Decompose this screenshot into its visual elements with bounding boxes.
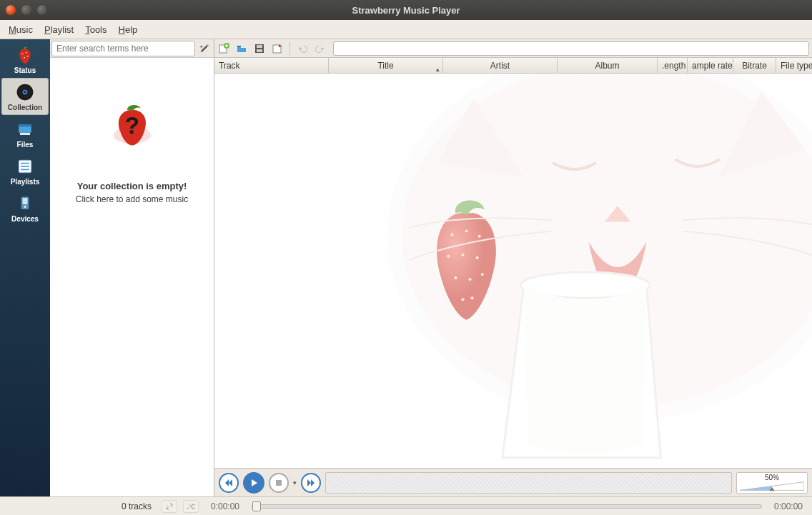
svg-point-40	[469, 278, 472, 281]
time-total: 0:00:00	[768, 501, 809, 511]
search-input[interactable]	[51, 41, 195, 56]
seek-bar[interactable]	[325, 472, 732, 494]
svg-rect-11	[20, 133, 30, 135]
menu-tools[interactable]: Tools	[79, 22, 112, 37]
sidebar-item-collection[interactable]: Collection	[1, 78, 49, 115]
main-panel: Track Title Artist Album .ength ample ra…	[214, 39, 812, 496]
sidebar-item-files[interactable]: Files	[1, 115, 49, 152]
shuffle-button[interactable]	[183, 500, 199, 513]
time-elapsed: 0:00:00	[204, 501, 246, 511]
files-icon	[15, 119, 35, 139]
empty-subtext: Click here to add some music	[76, 194, 188, 204]
save-playlist-button[interactable]	[252, 41, 267, 56]
menubar: Music Playlist Tools Help	[0, 20, 812, 39]
svg-point-35	[478, 235, 481, 238]
strawberry-icon	[15, 45, 35, 65]
track-table-header: Track Title Artist Album .ength ample ra…	[214, 58, 812, 74]
position-slider[interactable]	[252, 504, 762, 509]
devices-icon	[15, 194, 35, 214]
toolbar-separator	[289, 42, 290, 55]
play-button[interactable]	[243, 472, 264, 494]
volume-slider[interactable]	[740, 481, 804, 491]
empty-collection-message[interactable]: ? Your collection is empty! Click here t…	[50, 58, 214, 496]
volume-control[interactable]: 50%	[736, 472, 808, 494]
next-button[interactable]	[301, 473, 321, 493]
menu-help[interactable]: Help	[113, 22, 144, 37]
svg-point-39	[454, 276, 457, 279]
svg-rect-44	[276, 480, 282, 486]
sidebar-item-label: Collection	[8, 104, 42, 111]
svg-point-19	[207, 44, 209, 46]
stop-button[interactable]	[269, 473, 289, 493]
sidebar: Status Collection Files Playlists Device…	[0, 39, 50, 496]
svg-text:?: ?	[124, 112, 139, 139]
collection-panel: ? Your collection is empty! Click here t…	[50, 39, 214, 496]
svg-point-1	[26, 51, 27, 53]
column-artist[interactable]: Artist	[443, 58, 558, 73]
sidebar-item-label: Status	[14, 66, 36, 74]
window-titlebar: Strawberry Music Player	[0, 0, 812, 20]
column-filetype[interactable]: File type	[776, 58, 812, 73]
track-count: 0 tracks	[3, 501, 156, 511]
player-controls: ▾ 50%	[214, 468, 812, 496]
open-playlist-button[interactable]	[234, 41, 249, 56]
svg-point-34	[465, 230, 468, 233]
search-options-button[interactable]	[197, 41, 212, 56]
svg-rect-10	[19, 124, 31, 127]
statusbar: 0 tracks 0:00:00 0:00:00	[0, 496, 812, 515]
sidebar-item-devices[interactable]: Devices	[1, 189, 49, 226]
svg-point-18	[24, 205, 26, 208]
empty-heading: Your collection is empty!	[77, 181, 187, 191]
sidebar-item-label: Devices	[11, 215, 39, 223]
svg-rect-27	[257, 49, 262, 52]
svg-point-2	[24, 56, 25, 58]
menu-music[interactable]: Music	[3, 22, 39, 37]
playlist-empty-area	[214, 74, 812, 468]
column-samplerate[interactable]: ample rate	[688, 58, 733, 73]
svg-rect-17	[23, 198, 28, 204]
svg-point-36	[447, 255, 450, 258]
repeat-button[interactable]	[162, 500, 177, 513]
svg-point-6	[24, 91, 26, 92]
redo-button[interactable]	[312, 41, 328, 56]
svg-point-41	[481, 273, 484, 276]
sidebar-item-label: Playlists	[11, 178, 40, 186]
vinyl-icon	[15, 82, 35, 102]
stop-options-dropdown[interactable]: ▾	[293, 479, 297, 486]
new-playlist-button[interactable]	[216, 41, 232, 56]
svg-point-42	[461, 298, 464, 301]
window-maximize-button[interactable]	[37, 5, 47, 15]
previous-button[interactable]	[219, 473, 239, 493]
svg-point-3	[27, 55, 29, 56]
column-track[interactable]: Track	[214, 58, 329, 73]
sidebar-item-status[interactable]: Status	[1, 41, 49, 78]
column-title[interactable]: Title	[329, 58, 443, 73]
undo-button[interactable]	[294, 41, 310, 56]
svg-rect-26	[257, 45, 262, 48]
svg-point-33	[450, 234, 453, 236]
playlists-icon	[15, 156, 35, 176]
volume-percent: 50%	[765, 474, 779, 481]
window-minimize-button[interactable]	[21, 5, 31, 15]
menu-playlist[interactable]: Playlist	[39, 22, 79, 37]
playlist-toolbar	[214, 39, 812, 58]
svg-point-38	[476, 256, 479, 259]
svg-point-43	[471, 296, 474, 299]
strawberry-question-icon: ?	[105, 98, 159, 155]
search-row	[50, 39, 214, 58]
window-close-button[interactable]	[6, 5, 16, 15]
svg-point-37	[461, 254, 464, 256]
svg-rect-24	[237, 46, 241, 47]
sidebar-item-label: Files	[17, 141, 34, 149]
column-bitrate[interactable]: Bitrate	[733, 58, 776, 73]
column-length[interactable]: .ength	[658, 58, 688, 73]
svg-point-0	[22, 53, 24, 54]
column-album[interactable]: Album	[558, 58, 658, 73]
playlist-filter-field[interactable]	[333, 41, 809, 56]
window-title: Strawberry Music Player	[0, 5, 812, 16]
sidebar-item-playlists[interactable]: Playlists	[1, 152, 49, 189]
clear-playlist-button[interactable]	[269, 41, 285, 56]
